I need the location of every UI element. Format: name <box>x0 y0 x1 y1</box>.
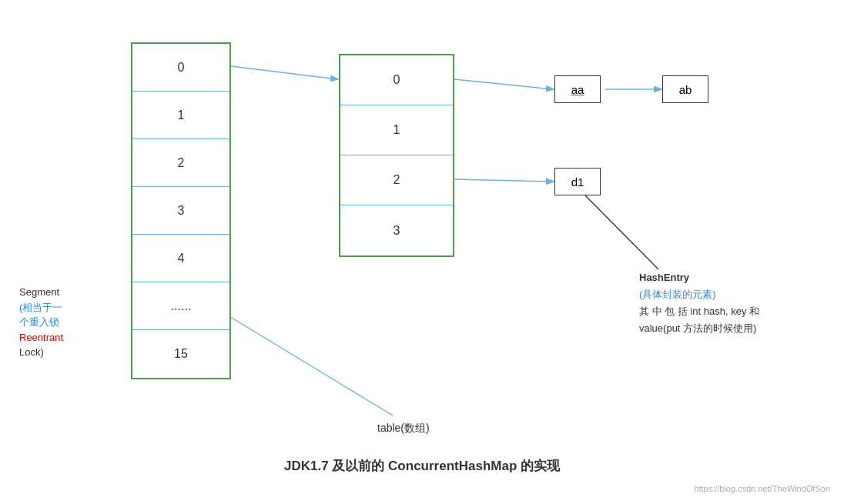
svg-line-0 <box>231 66 337 79</box>
segment-label: Segment (相当于一 个重入锁 Reentrant Lock) <box>19 285 112 360</box>
table-cell-2: 2 <box>340 155 453 205</box>
segment-cell-2: 2 <box>132 139 229 187</box>
table-cell-3: 3 <box>340 205 453 255</box>
segment-cell-15: 15 <box>132 330 229 378</box>
entry-d1: d1 <box>554 168 601 195</box>
diagram-title: JDK1.7 及以前的 ConcurrentHashMap 的实现 <box>284 457 560 475</box>
watermark: https://blog.csdn.net/TheWindOfSon <box>694 484 830 493</box>
segment-cell-1: 1 <box>132 92 229 139</box>
segment-array: 0 1 2 3 4 ...... 15 <box>131 42 231 379</box>
table-label-text: table(数组) <box>377 422 430 434</box>
table-cell-0: 0 <box>340 55 453 105</box>
table-array: 0 1 2 3 <box>339 54 454 257</box>
svg-line-4 <box>585 195 658 269</box>
table-cell-1: 1 <box>340 105 453 155</box>
segment-cell-3: 3 <box>132 187 229 235</box>
hashentry-label: HashEntry (具体封装的元素) 其 中 包 括 int hash, ke… <box>639 269 816 337</box>
svg-line-1 <box>454 79 553 89</box>
table-label: table(数组) <box>377 422 430 436</box>
hashentry-line3: 其 中 包 括 int hash, key 和 <box>639 303 816 320</box>
entry-aa: aa <box>554 75 601 103</box>
segment-cell-4: 4 <box>132 235 229 282</box>
hashentry-line4: value(put 方法的时候使用) <box>639 320 816 337</box>
entry-ab: ab <box>662 75 708 103</box>
entry-aa-label: aa <box>571 83 584 96</box>
svg-line-3 <box>454 179 553 182</box>
hashentry-line1: HashEntry <box>639 269 816 286</box>
segment-label-text: Segment (相当于一 个重入锁 Reentrant Lock) <box>19 286 63 358</box>
hashentry-line2: (具体封装的元素) <box>639 286 816 303</box>
entry-ab-label: ab <box>679 83 692 96</box>
diagram-container: 0 1 2 3 4 ...... 15 0 1 2 3 aa ab d1 Seg… <box>0 0 844 504</box>
entry-d1-label: d1 <box>571 175 584 189</box>
segment-cell-0: 0 <box>132 44 229 92</box>
segment-cell-dots: ...... <box>132 282 229 330</box>
